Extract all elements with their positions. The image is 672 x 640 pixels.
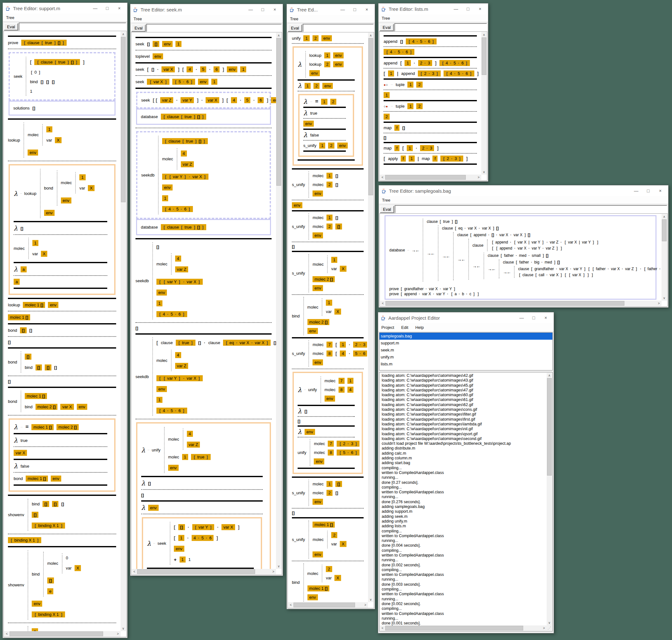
join-arrows-icon[interactable]: →← — [442, 254, 450, 259]
equals-token[interactable]: = — [25, 424, 29, 430]
tree-token[interactable]: lookup — [309, 62, 322, 67]
highlighted-token[interactable]: 1 — [407, 145, 413, 151]
tree-token[interactable]: clause — [161, 340, 173, 345]
minimize-button[interactable]: — — [630, 186, 642, 195]
highlighted-token[interactable]: molec 1 [] — [313, 522, 335, 528]
dot-token[interactable]: · — [157, 67, 159, 72]
tree-token[interactable]: bind — [292, 580, 300, 585]
nil-token[interactable]: [] — [335, 182, 338, 187]
tree-token[interactable]: bind — [32, 501, 40, 506]
scroll-down-icon[interactable]: ∨ — [121, 626, 126, 631]
tree-token[interactable]: unify — [292, 36, 300, 41]
bracket-token[interactable]: [ — [226, 98, 228, 103]
tree-token[interactable]: s_unify — [292, 224, 305, 229]
scroll-down-icon[interactable]: ∨ — [276, 564, 281, 569]
maximize-button[interactable]: □ — [528, 313, 540, 322]
bracket-token[interactable]: ] — [435, 60, 436, 66]
highlighted-token[interactable]: 1 — [79, 174, 85, 180]
highlighted-token[interactable]: var X — [14, 450, 27, 456]
scroll-up-icon[interactable]: ∧ — [276, 33, 281, 38]
highlighted-token[interactable]: 1 — [180, 556, 185, 563]
highlighted-token[interactable]: env — [162, 41, 173, 47]
highlighted-token[interactable]: env — [313, 232, 323, 238]
maximize-button[interactable]: □ — [642, 186, 654, 195]
lambda-icon[interactable]: λ — [147, 540, 151, 547]
highlighted-token[interactable]: env — [337, 143, 348, 149]
highlighted-token[interactable]: var Z — [187, 441, 200, 448]
eval-input[interactable] — [146, 24, 282, 32]
nil-token[interactable]: [] — [151, 67, 154, 72]
tree-token[interactable]: molec — [313, 491, 324, 495]
highlighted-token[interactable]: X — [340, 266, 346, 272]
tree-token[interactable]: true — [310, 111, 317, 116]
tree-token[interactable]: molec — [313, 537, 324, 542]
project-file-list[interactable]: samplegoals.bagsupport.mseek.munify.mlis… — [379, 332, 553, 370]
tree-token[interactable]: append — [384, 61, 397, 66]
highlighted-token[interactable]: a — [20, 266, 27, 272]
dot-token[interactable]: · — [240, 98, 241, 103]
close-button[interactable]: × — [540, 313, 552, 322]
tree-token[interactable]: molec — [314, 441, 325, 446]
tree-token[interactable]: seek — [141, 98, 150, 103]
maximize-button[interactable]: □ — [349, 5, 361, 14]
highlighted-token[interactable]: [ clause [ true ] [] ] — [21, 40, 67, 46]
tree-token[interactable]: molec — [325, 387, 336, 392]
highlighted-token[interactable]: [ [ var Y ] · var X ] — [156, 279, 203, 285]
highlighted-token[interactable]: molec 1 [] — [31, 424, 54, 430]
eval-button[interactable]: Eval — [4, 23, 18, 30]
dot-token[interactable]: · — [253, 98, 255, 103]
highlighted-token[interactable]: molec 1 [] — [23, 302, 45, 308]
lambda-icon[interactable]: λ — [141, 447, 145, 453]
tree-token[interactable]: s_unify — [292, 537, 305, 542]
highlighted-token[interactable]: env — [77, 404, 87, 410]
titlebar[interactable]: Aardappel Project Editor —□× — [378, 312, 554, 323]
highlighted-token[interactable]: 8 — [327, 350, 332, 357]
highlighted-token[interactable]: [ binding X 1 ] — [32, 523, 65, 528]
highlighted-token[interactable]: 2 — [331, 532, 337, 538]
tree-token[interactable]: apply — [388, 156, 398, 161]
scroll-left-icon[interactable]: < — [132, 569, 137, 574]
close-button[interactable]: × — [269, 5, 281, 14]
tree-token[interactable]: true — [20, 438, 28, 443]
lambda-icon[interactable]: λ — [141, 505, 145, 511]
highlighted-token[interactable]: [] — [25, 354, 31, 360]
highlighted-token[interactable]: 6 — [213, 66, 220, 72]
lambda-icon[interactable]: λ — [14, 225, 18, 231]
tree-token[interactable]: showenv — [8, 583, 24, 587]
tree-token[interactable]: append — [384, 39, 397, 44]
bracket-token[interactable]: [ — [30, 59, 31, 65]
lambda-icon[interactable]: λ — [303, 110, 308, 116]
nil-token[interactable]: [] — [198, 340, 201, 345]
tree-token[interactable]: seek — [14, 74, 22, 79]
lambda-icon[interactable]: λ — [14, 266, 18, 272]
file-list-item[interactable]: support.m — [379, 340, 552, 347]
menu-help[interactable]: Help — [415, 325, 424, 330]
bracket-token[interactable]: ] — [178, 67, 179, 72]
join-arrows-icon[interactable]: →← — [412, 248, 419, 253]
tree-token[interactable]: clause — [208, 340, 220, 345]
highlighted-token[interactable]: env — [309, 70, 320, 76]
highlighted-token[interactable]: f — [432, 156, 437, 162]
menu-tree[interactable]: Tree — [382, 16, 390, 20]
highlighted-token[interactable]: molec 2 [] — [57, 424, 79, 430]
highlighted-token[interactable]: env — [308, 594, 318, 600]
lambda-icon[interactable]: λ — [141, 480, 145, 486]
highlighted-token[interactable]: env — [333, 61, 344, 67]
minimize-button[interactable]: — — [450, 4, 462, 14]
tree-token[interactable]: prove [ grandfather · var X · var Y ] — [389, 287, 456, 291]
eval-button[interactable]: Eval — [288, 25, 302, 32]
tree-token[interactable]: solutions — [13, 106, 30, 111]
highlighted-token[interactable]: env — [61, 198, 71, 203]
bracket-token[interactable]: ] — [466, 156, 468, 161]
tree-token[interactable]: molec — [313, 173, 324, 178]
tree-canvas[interactable]: seek[][]env1toplevelenvseek[[]·var X][4·… — [132, 33, 276, 569]
highlighted-token[interactable]: 4 · 5 · 6 — [192, 535, 213, 541]
tree-token[interactable]: bond — [8, 399, 17, 404]
titlebar[interactable]: Tree Ed... —□× — [287, 4, 375, 15]
tree-token[interactable]: bind — [25, 405, 33, 409]
tree-token[interactable]: lookup — [24, 191, 36, 196]
scroll-left-icon[interactable]: < — [380, 175, 385, 180]
highlighted-token[interactable]: 5 — [200, 66, 206, 72]
highlighted-token[interactable]: env — [313, 551, 323, 557]
minimize-button[interactable]: — — [337, 5, 349, 14]
